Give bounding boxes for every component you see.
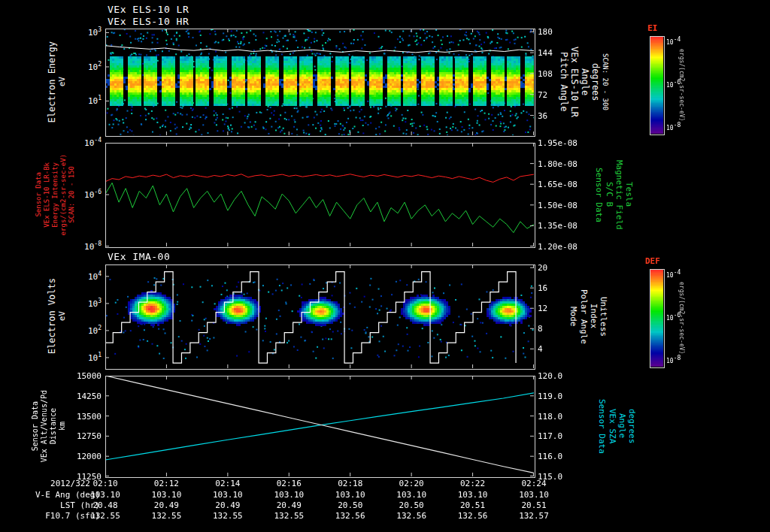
panel3-rlabel-line4: Unitless [599, 297, 608, 337]
intensity-bfield-canvas [105, 143, 534, 246]
annotation-row-value: 103.10 [511, 490, 556, 500]
annotation-row-value: 132.55 [205, 511, 250, 521]
p2-ytick: 10-6 [41, 190, 102, 200]
time-tick-label: 02:24 [514, 479, 553, 488]
p4-y2tick: 118.0 [538, 411, 562, 421]
annotation-row-value: 103.10 [205, 490, 250, 500]
panel4-ylabel-line4: km [58, 422, 66, 431]
p1-y2tick: 144 [538, 48, 553, 58]
p2-y2tick: 1.50e-08 [538, 200, 578, 210]
p1-ytick: 103 [41, 28, 102, 38]
panel4-rlabel-line4: degrees [627, 409, 636, 443]
panel2-rlabel-line2: S/C B [604, 182, 613, 207]
p2-y2tick: 1.35e-08 [538, 221, 578, 231]
ima-spectrogram-canvas [105, 264, 534, 368]
p1-ytick: 102 [41, 62, 102, 71]
annotation-row-value: 132.57 [511, 511, 556, 521]
panel2-right-axis-label: Sensor Data S/C B Magnetic Field Tesla [590, 143, 638, 246]
p4-ytick: 12750 [41, 431, 102, 441]
def-colorbar-tick: 10-8 [666, 358, 681, 364]
p2-y2tick: 1.65e-08 [538, 180, 578, 189]
annotation-row-value: 20.49 [205, 500, 250, 510]
colorbar1-label: EI [647, 23, 657, 33]
panel3-ylabel-line1: Electron Volts [47, 278, 57, 354]
p1-ytick: 101 [41, 96, 102, 106]
panel4-rlabel-line2: VEx SZA [607, 409, 616, 443]
annotation-row-value: 103.10 [389, 490, 434, 500]
panel2-rlabel-line1: Sensor Data [594, 168, 603, 222]
annotation-row-value: 132.55 [83, 511, 128, 521]
p3-y2tick: 20 [538, 263, 547, 273]
panel2-rlabel-line3: Magnetic Field [614, 160, 623, 230]
els-spectrogram-canvas [105, 29, 534, 135]
p2-y2tick: 1.20e-08 [538, 242, 578, 252]
p2-y2tick: 1.80e-08 [538, 159, 578, 168]
panel1-ylabel-line1: Electron Energy [47, 41, 57, 122]
p2-ytick: 10-8 [41, 242, 102, 252]
p3-ytick: 104 [41, 271, 102, 281]
p3-ytick: 103 [41, 298, 102, 308]
annotation-row-value: 103.10 [83, 490, 128, 500]
annotation-row-value: 103.10 [450, 490, 496, 500]
p3-y2tick: 12 [538, 304, 547, 313]
p2-y2tick: 1.95e-08 [538, 138, 578, 148]
panel1-title-line2: VEx ELS-10 HR [108, 16, 189, 27]
annotation-row-value: 20.49 [266, 500, 311, 510]
p4-y2tick: 117.0 [538, 431, 562, 441]
panel1-rlabel-line1: Pitch Angle [559, 52, 568, 111]
panel4-rlabel-line3: Angle [617, 413, 626, 438]
ei-colorbar-tick: 10-4 [666, 38, 681, 45]
p3-y2tick: 8 [538, 324, 543, 334]
p4-ytick: 14250 [41, 391, 102, 401]
p1-y2tick: 108 [538, 68, 553, 78]
altitude-sza-canvas [105, 376, 534, 476]
annotation-row-value: 20.50 [389, 500, 434, 510]
panel1-rlabel-line2: VEx ELS-10 LR [569, 47, 579, 117]
panel1-ylabel-line2: eV [58, 77, 67, 86]
time-tick-label: 02:18 [331, 479, 370, 488]
p1-y2tick: 180 [538, 27, 553, 37]
annotation-row-value: 20.48 [83, 500, 128, 510]
annotation-row-value: 20.51 [450, 500, 496, 510]
p4-y2tick: 119.0 [538, 391, 562, 401]
panel3-ylabel-line2: eV [58, 311, 67, 321]
p3-y2tick: 4 [538, 344, 543, 354]
time-tick-label: 02:12 [147, 479, 186, 488]
annotation-row-value: 132.56 [389, 511, 434, 521]
annotation-row-value: 132.56 [328, 511, 373, 521]
panel1-rlabel-line3: Angle [580, 68, 590, 95]
panel3-rlabel-line2: Polar Angle [578, 289, 587, 344]
annotation-row-value: 103.10 [144, 490, 189, 500]
time-tick-label: 02:16 [269, 479, 308, 488]
time-tick-label: 02:10 [86, 479, 125, 488]
annotation-row-value: 132.55 [144, 511, 189, 521]
annotation-row-value: 132.55 [266, 511, 311, 521]
panel1-rlabel-line5: SCAN: 20 - 300 [601, 53, 608, 110]
colorbar2-label: DEF [645, 256, 660, 266]
def-colorbar-tick: 10-6 [666, 315, 681, 322]
annotation-row-value: 103.10 [266, 490, 311, 500]
panel1-title-line1: VEx ELS-10 LR [108, 4, 189, 15]
p4-ytick: 12000 [41, 452, 102, 461]
annotation-row-value: 20.50 [328, 500, 373, 510]
p4-ytick: 15000 [41, 371, 102, 381]
p2-ytick: 10-4 [41, 138, 102, 148]
panel4-rlabel-line1: Sensor Data [597, 399, 606, 454]
time-tick-label: 02:22 [453, 479, 493, 488]
panel1-rlabel-line4: degrees [590, 63, 600, 101]
ei-colorbar-tick: 10-8 [666, 125, 681, 131]
p3-y2tick: 16 [538, 283, 547, 293]
p3-ytick: 101 [41, 352, 102, 362]
panel2-rlabel-line4: Tesla [624, 182, 633, 207]
p1-y2tick: 36 [538, 110, 547, 120]
ei-colorbar-tick: 10-6 [666, 82, 681, 89]
time-tick-label: 02:14 [208, 479, 247, 488]
p4-y2tick: 116.0 [538, 452, 562, 461]
def-colorbar-tick: 10-4 [666, 271, 681, 278]
panel3-title: VEx IMA-00 [108, 251, 170, 262]
p3-ytick: 102 [41, 325, 102, 335]
panel4-ylabel-line1: Sensor Data [31, 401, 39, 451]
time-tick-label: 02:20 [392, 479, 431, 488]
date-label: 2012/322 [23, 479, 90, 488]
vex-summary-plot: VEx ELS-10 LR VEx ELS-10 HR VEx IMA-00 E… [0, 0, 770, 532]
